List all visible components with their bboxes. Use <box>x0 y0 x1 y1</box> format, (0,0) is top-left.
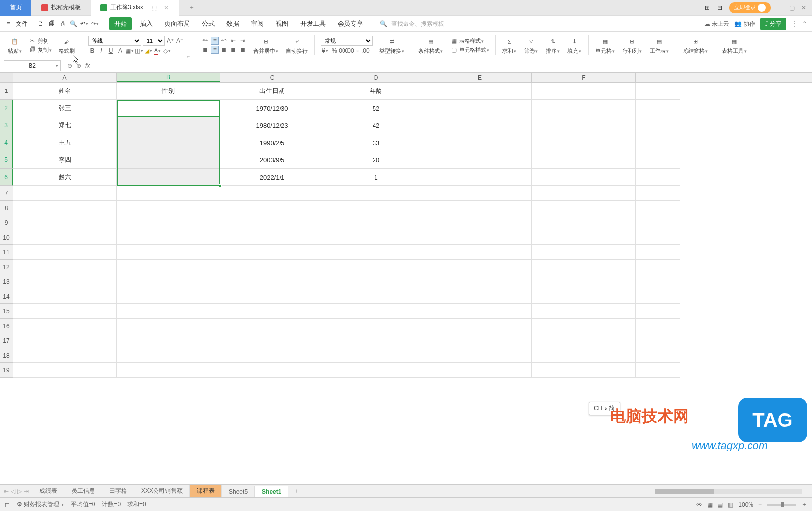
cell-B2[interactable] <box>117 100 220 117</box>
currency-icon[interactable]: ¥▾ <box>321 47 329 55</box>
strike-button[interactable]: A <box>116 47 124 55</box>
menu-formula[interactable]: 公式 <box>198 17 219 30</box>
cell-C5[interactable]: 2003/9/5 <box>220 151 324 169</box>
cell-C14[interactable] <box>220 289 324 304</box>
cell-G18[interactable] <box>636 348 680 363</box>
decrease-indent-icon[interactable]: ⇤ <box>229 37 237 45</box>
cell-G6[interactable] <box>636 169 680 186</box>
bold-button[interactable]: B <box>88 47 96 55</box>
cell-F12[interactable] <box>532 260 636 274</box>
cell-D6[interactable]: 1 <box>324 169 428 186</box>
file-menu[interactable]: 文件 <box>16 20 28 28</box>
align-bottom-icon[interactable]: ⬿ <box>220 37 228 45</box>
col-header-D[interactable]: D <box>324 73 428 82</box>
align-top-icon[interactable]: ⬴ <box>201 37 209 45</box>
filter-button[interactable]: ▽筛选▾ <box>521 36 541 55</box>
align-left-icon[interactable]: ≣ <box>201 46 209 54</box>
maximize-icon[interactable]: ▢ <box>788 4 795 11</box>
format-painter-button[interactable]: 🖌 格式刷 <box>56 36 78 55</box>
freeze-button[interactable]: ⊞冻结窗格▾ <box>680 36 711 55</box>
apps-icon[interactable]: ⊟ <box>717 4 723 11</box>
col-header-G[interactable] <box>636 73 680 82</box>
cell-C4[interactable]: 1990/2/5 <box>220 134 324 151</box>
col-header-A[interactable]: A <box>13 73 117 82</box>
cell-F2[interactable] <box>532 100 636 117</box>
cell-B8[interactable] <box>117 201 220 215</box>
type-convert-button[interactable]: ⇄ 类型转换▾ <box>376 36 407 55</box>
row-header-2[interactable]: 2 <box>0 100 13 117</box>
cell-G16[interactable] <box>636 319 680 333</box>
cell-D16[interactable] <box>324 319 428 333</box>
cell-A6[interactable]: 赵六 <box>13 169 117 186</box>
cell-button[interactable]: ▦单元格▾ <box>593 36 618 55</box>
sheet-tab[interactable]: 课程表 <box>190 485 222 497</box>
row-header-16[interactable]: 16 <box>0 319 13 333</box>
login-button[interactable]: 立即登录 <box>729 2 771 13</box>
sheet-next-icon[interactable]: ▷ <box>17 488 22 495</box>
tab-add[interactable]: ＋ <box>179 0 205 16</box>
row-header-10[interactable]: 10 <box>0 230 13 245</box>
cell-E14[interactable] <box>428 289 532 304</box>
row-header-6[interactable]: 6 <box>0 169 13 186</box>
cell-D17[interactable] <box>324 333 428 348</box>
view-normal-icon[interactable]: ▦ <box>707 501 713 508</box>
cell-B15[interactable] <box>117 304 220 319</box>
cell-B6[interactable] <box>117 169 220 186</box>
undo-icon[interactable]: ↶▾ <box>81 20 88 27</box>
cell-C15[interactable] <box>220 304 324 319</box>
fill-handle[interactable] <box>219 184 222 187</box>
select-all-corner[interactable] <box>0 73 13 82</box>
cell-C6[interactable]: 2022/1/1 <box>220 169 324 186</box>
cell-G8[interactable] <box>636 201 680 215</box>
cell-B13[interactable] <box>117 274 220 289</box>
cell-B14[interactable] <box>117 289 220 304</box>
row-header-5[interactable]: 5 <box>0 151 13 169</box>
fill-color-button[interactable]: ◢▾ <box>144 47 152 55</box>
cell-C7[interactable] <box>220 186 324 201</box>
cell-E13[interactable] <box>428 274 532 289</box>
cell-F10[interactable] <box>532 230 636 245</box>
cell-F16[interactable] <box>532 319 636 333</box>
col-header-F[interactable]: F <box>532 73 636 82</box>
table-style-button[interactable]: ▦表格样式▾ <box>450 37 489 45</box>
cell-F8[interactable] <box>532 201 636 215</box>
row-header-12[interactable]: 12 <box>0 260 13 274</box>
cell-C16[interactable] <box>220 319 324 333</box>
cell-C8[interactable] <box>220 201 324 215</box>
eye-icon[interactable]: 👁 <box>696 501 702 508</box>
row-header-8[interactable]: 8 <box>0 201 13 215</box>
cell-A17[interactable] <box>13 333 117 348</box>
zoom-in-icon[interactable]: ＋ <box>801 500 807 509</box>
cell-F5[interactable] <box>532 151 636 169</box>
save-as-icon[interactable]: 🗐 <box>48 20 55 27</box>
cell-G13[interactable] <box>636 274 680 289</box>
cell-B3[interactable] <box>117 117 220 134</box>
preview-icon[interactable]: 🔍 <box>70 20 77 27</box>
cell-B18[interactable] <box>117 348 220 363</box>
layout-icon[interactable]: ⊞ <box>704 4 711 11</box>
cell-G3[interactable] <box>636 117 680 134</box>
row-header-1[interactable]: 1 <box>0 83 13 100</box>
menu-icon[interactable]: ≡ <box>5 20 12 27</box>
row-header-18[interactable]: 18 <box>0 348 13 363</box>
cell-D5[interactable]: 20 <box>324 151 428 169</box>
row-header-11[interactable]: 11 <box>0 245 13 260</box>
cell-F18[interactable] <box>532 348 636 363</box>
cell-shading-button[interactable]: ◫▾ <box>135 47 143 55</box>
cell-G11[interactable] <box>636 245 680 260</box>
increase-font-icon[interactable]: A⁺ <box>166 37 174 45</box>
menu-start[interactable]: 开始 <box>109 17 132 30</box>
cloud-status[interactable]: ☁ 未上云 <box>704 20 729 28</box>
cell-C10[interactable] <box>220 230 324 245</box>
cell-A18[interactable] <box>13 348 117 363</box>
align-middle-icon[interactable]: ≡ <box>211 37 219 45</box>
increase-indent-icon[interactable]: ⇥ <box>239 37 247 45</box>
border-button[interactable]: ▦▾ <box>125 47 133 55</box>
cell-D9[interactable] <box>324 215 428 230</box>
cell-B9[interactable] <box>117 215 220 230</box>
tab-workbook[interactable]: 工作簿3.xlsx⬚✕ <box>91 0 179 16</box>
cell-E1[interactable] <box>428 83 532 100</box>
cell-F11[interactable] <box>532 245 636 260</box>
row-header-7[interactable]: 7 <box>0 186 13 201</box>
cell-A7[interactable] <box>13 186 117 201</box>
